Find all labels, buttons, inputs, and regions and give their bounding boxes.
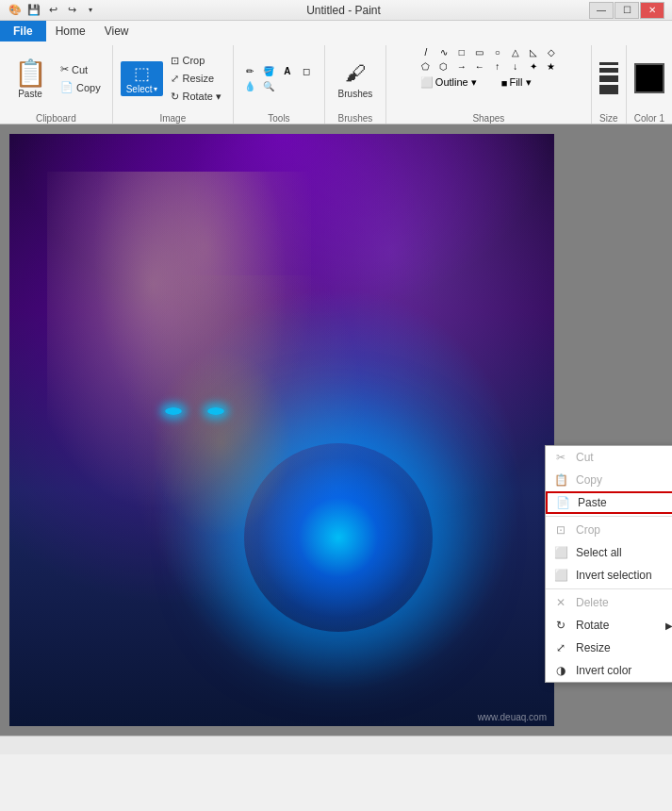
cut-label: Cut — [72, 64, 88, 75]
ctx-delete-label: Delete — [576, 596, 609, 609]
ctx-crop[interactable]: ⊡ Crop — [546, 519, 672, 541]
menu-file[interactable]: File — [0, 21, 46, 41]
redo-icon[interactable]: ↪ — [64, 3, 79, 18]
shape-star5[interactable]: ★ — [543, 59, 560, 73]
invert-color-ctx-icon: ◑ — [553, 663, 568, 678]
close-button[interactable]: ✕ — [640, 2, 664, 19]
size-line-4[interactable] — [599, 85, 618, 94]
shape-rt-triangle[interactable]: ◺ — [525, 45, 542, 58]
color-picker-tool[interactable]: 💧 — [241, 79, 258, 92]
text-tool[interactable]: A — [279, 64, 296, 77]
paste-ctx-icon: 📄 — [555, 495, 570, 510]
shape-hexagon[interactable]: ⬡ — [435, 59, 452, 73]
delete-ctx-icon: ✕ — [553, 595, 568, 610]
shape-triangle[interactable]: △ — [507, 45, 524, 58]
paste-icon: 📋 — [15, 58, 45, 89]
size-line-2[interactable] — [599, 68, 618, 73]
maximize-button[interactable]: ☐ — [615, 2, 639, 19]
shape-line[interactable]: / — [418, 45, 434, 58]
shape-rect[interactable]: □ — [453, 45, 470, 58]
crop-button[interactable]: ⊡ Crop — [167, 53, 224, 69]
undo-icon[interactable]: ↩ — [45, 3, 60, 18]
ctx-invert-color[interactable]: ◑ Invert color — [546, 659, 672, 682]
minimize-button[interactable]: — — [589, 2, 614, 19]
shape-diamond[interactable]: ◇ — [543, 45, 560, 58]
brushes-group-label: Brushes — [338, 113, 373, 124]
shapes-group: / ∿ □ ▭ ○ △ ◺ ◇ ⬠ ⬡ → ← ↑ ↓ ✦ ★ ⬜ Out — [386, 45, 592, 124]
statusbar — [0, 736, 672, 754]
ctx-invert-color-label: Invert color — [576, 664, 631, 677]
fill-tool[interactable]: 🪣 — [260, 64, 277, 77]
outline-icon: ⬜ — [420, 76, 434, 89]
brushes-button[interactable]: 🖌 Brushes — [333, 52, 378, 105]
size-line-1[interactable] — [599, 62, 618, 65]
menu-view[interactable]: View — [95, 21, 139, 41]
quick-access-toolbar: 🎨 💾 ↩ ↪ ▾ — [8, 3, 98, 18]
eye-glow-right — [207, 407, 224, 415]
copy-ctx-icon: 📋 — [553, 472, 568, 488]
dropdown-icon[interactable]: ▾ — [83, 3, 98, 18]
paste-button[interactable]: 📋 Paste — [8, 52, 53, 105]
window-controls: — ☐ ✕ — [589, 2, 664, 19]
ctx-invert-sel-label: Invert selection — [576, 569, 652, 582]
cut-button[interactable]: ✂ Cut — [57, 61, 105, 77]
save-icon[interactable]: 💾 — [26, 3, 41, 18]
tools-label: Tools — [268, 113, 289, 124]
rotate-ctx-arrow: ▶ — [665, 621, 672, 631]
rotate-icon: ↻ — [171, 91, 179, 103]
shape-round-rect[interactable]: ▭ — [471, 45, 488, 58]
ctx-separator-2 — [546, 588, 672, 589]
ctx-separator-1 — [546, 516, 672, 517]
shape-ellipse[interactable]: ○ — [489, 45, 506, 58]
ctx-cut[interactable]: ✂ Cut — [546, 446, 672, 469]
select-icon: ⬚ — [134, 63, 150, 84]
shape-arrow-d[interactable]: ↓ — [507, 59, 524, 73]
color-swatch[interactable] — [634, 63, 664, 93]
ctx-rotate[interactable]: ↻ Rotate ▶ — [546, 614, 672, 637]
outline-button[interactable]: ⬜ Outline ▾ — [418, 75, 480, 90]
menubar: File Home View — [0, 21, 672, 41]
crop-icon: ⊡ — [171, 55, 179, 67]
shapes-group-label: Shapes — [472, 113, 504, 124]
shape-star4[interactable]: ✦ — [525, 59, 542, 73]
image-group: ⬚ Select ▾ ⊡ Crop ⤢ Resize ↻ Rotate ▾ — [113, 45, 234, 124]
select-label: Select — [126, 84, 153, 94]
select-all-ctx-icon: ⬜ — [553, 545, 568, 560]
ctx-select-all[interactable]: ⬜ Select all — [546, 541, 672, 564]
ctx-paste[interactable]: 📄 Paste — [546, 491, 672, 514]
fill-label: Fill ▾ — [509, 76, 531, 89]
shape-curve[interactable]: ∿ — [435, 45, 452, 58]
ctx-delete[interactable]: ✕ Delete — [546, 591, 672, 614]
ctx-copy[interactable]: 📋 Copy — [546, 469, 672, 491]
eraser-tool[interactable]: ◻ — [298, 64, 315, 77]
select-button[interactable]: ⬚ Select ▾ — [121, 61, 164, 96]
size-group: Size — [592, 45, 627, 124]
fill-button[interactable]: ■ Fill ▾ — [499, 75, 534, 90]
ctx-resize[interactable]: ⤢ Resize — [546, 637, 672, 659]
resize-button[interactable]: ⤢ Resize — [167, 71, 224, 87]
menu-home[interactable]: Home — [46, 21, 95, 41]
outline-label: Outline ▾ — [435, 76, 477, 89]
brushes-label: Brushes — [338, 89, 373, 99]
magnify-tool[interactable]: 🔍 — [260, 79, 277, 92]
canvas[interactable]: www.deuaq.com — [9, 134, 554, 726]
shape-pentagon[interactable]: ⬠ — [418, 59, 434, 73]
shapes-grid: / ∿ □ ▭ ○ △ ◺ ◇ ⬠ ⬡ → ← ↑ ↓ ✦ ★ — [418, 45, 560, 73]
shape-arrow-l[interactable]: ← — [471, 59, 488, 73]
color-label: Color 1 — [634, 113, 664, 124]
rotate-button[interactable]: ↻ Rotate ▾ — [167, 89, 224, 105]
shape-arrow-r[interactable]: → — [453, 59, 470, 73]
size-line-3[interactable] — [599, 75, 618, 82]
eye-glow-left — [165, 407, 182, 415]
fill-icon: ■ — [501, 77, 508, 89]
crop-ctx-icon: ⊡ — [553, 522, 568, 538]
clipboard-group: 📋 Paste ✂ Cut 📄 Copy Clipboard — [0, 45, 113, 124]
resize-ctx-icon: ⤢ — [553, 640, 568, 655]
canvas-area[interactable]: www.deuaq.com ✂ Cut 📋 Copy 📄 Paste ⊡ Cro… — [0, 124, 672, 736]
color-group: Color 1 — [627, 45, 672, 124]
clipboard-label: Clipboard — [36, 113, 76, 124]
copy-button[interactable]: 📄 Copy — [57, 79, 105, 95]
shape-arrow-u[interactable]: ↑ — [489, 59, 506, 73]
ctx-invert-selection[interactable]: ⬜ Invert selection — [546, 564, 672, 587]
pencil-tool[interactable]: ✏ — [241, 64, 258, 77]
